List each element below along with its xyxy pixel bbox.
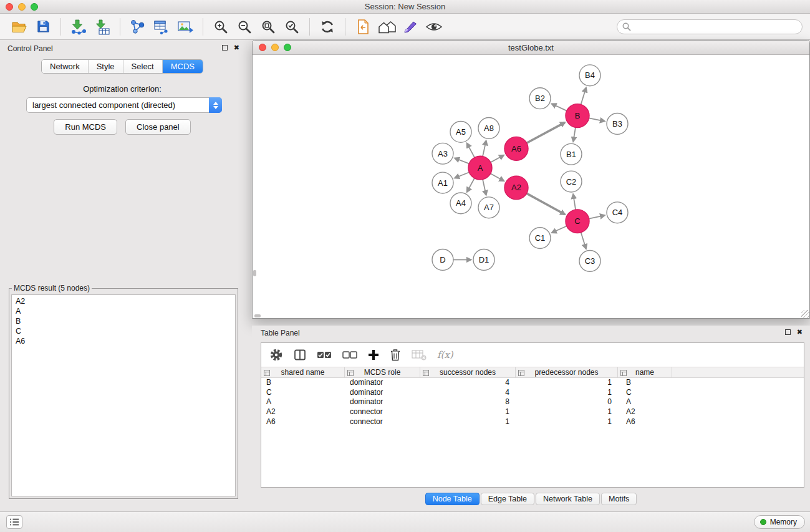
import-table-button[interactable] [90,16,114,37]
window-resize-grip[interactable] [801,310,809,318]
memory-button[interactable]: Memory [754,515,805,529]
close-panel-icon[interactable]: ✖ [797,329,803,336]
select-all-rows-button[interactable] [317,351,332,359]
edge-A6-B[interactable] [527,122,565,143]
float-panel-icon[interactable] [222,45,228,51]
save-session-button[interactable] [31,16,55,37]
column-header-name[interactable]: name [618,367,672,377]
tab-network-table[interactable]: Network Table [536,493,600,505]
export-image-button[interactable] [173,16,197,37]
column-header-label: shared name [281,368,324,377]
mcds-result-item[interactable]: A6 [12,336,235,346]
mcds-result-item[interactable]: B [12,316,235,326]
vertical-scrollbar-thumb[interactable] [253,270,256,276]
node-label: C3 [585,256,595,266]
edge-A-A6[interactable] [491,155,504,162]
edge-B-B2[interactable] [552,104,567,111]
tab-select[interactable]: Select [123,60,162,73]
return-document-button[interactable] [351,16,375,37]
edge-A-A4[interactable] [467,178,475,192]
edge-C-C4[interactable] [589,215,605,218]
column-header-successor-nodes[interactable]: successor nodes [420,367,516,377]
delete-column-button[interactable] [390,349,401,361]
graphics-details-button[interactable] [422,16,446,37]
edge-C-C2[interactable] [573,195,576,210]
edge-C-C3[interactable] [581,233,586,249]
open-session-button[interactable] [7,16,31,37]
deselect-all-rows-button[interactable] [342,351,357,359]
add-column-button[interactable] [368,349,379,360]
task-history-button[interactable] [6,515,22,529]
close-panel-button[interactable]: Close panel [125,119,191,135]
table-cell: 1 [516,407,618,417]
select-all-icon [317,351,332,359]
edge-A-A5[interactable] [467,143,475,158]
column-header-MCDS-role[interactable]: MCDS role [345,367,420,377]
table-row[interactable]: A2connector11A2 [261,407,804,417]
tab-edge-table[interactable]: Edge Table [481,493,534,505]
table-panel: Table Panel ✖ [252,326,810,506]
close-panel-icon[interactable]: ✖ [234,44,239,51]
table-row[interactable]: A6connector11A6 [261,417,804,427]
edge-A-A3[interactable] [455,158,470,164]
edge-C-C1[interactable] [552,226,567,233]
table-cell: A6 [261,417,345,427]
column-header-predecessor-nodes[interactable]: predecessor nodes [516,367,618,377]
zoom-out-button[interactable] [233,16,256,37]
mcds-result-item[interactable]: A [12,306,235,316]
edge-A-A1[interactable] [455,172,470,178]
node-label: A [478,163,483,173]
table-settings-button[interactable] [269,348,283,362]
function-builder-button[interactable]: f(x) [437,349,453,360]
table-row[interactable]: Bdominator41B [261,378,804,388]
tab-node-table[interactable]: Node Table [425,493,480,505]
memory-status-icon [760,519,766,525]
delete-table-button-disabled[interactable] [412,349,427,360]
mcds-result-item[interactable]: A2 [12,296,235,306]
refresh-button[interactable] [316,16,339,37]
table-row[interactable]: Adominator80A [261,397,804,407]
horizontal-scrollbar-thumb[interactable] [254,314,261,317]
edge-A2-C[interactable] [527,193,565,215]
table-cell: 4 [420,388,516,398]
node-label: D [440,255,445,264]
table-cell: A6 [618,417,672,427]
edge-A-A2[interactable] [491,173,504,181]
criterion-dropdown[interactable]: largest connected component (directed) [26,97,222,113]
network-view-window: testGlobe.txt B4B2BB3A5A8A6B1A3AC2A1A2A4… [252,40,810,319]
run-mcds-button[interactable]: Run MCDS [54,119,117,135]
home-networks-button[interactable] [375,16,398,37]
node-label: B1 [566,150,576,159]
network-canvas[interactable]: B4B2BB3A5A8A6B1A3AC2A1A2A4A7CC4C1C3DD1 [253,55,809,318]
import-network-button[interactable] [67,16,90,37]
new-network-button[interactable] [126,16,150,37]
column-header-label: MCDS role [364,368,401,377]
zoom-in-button[interactable] [209,16,233,37]
float-panel-icon[interactable] [785,329,791,335]
table-cell: 8 [420,397,516,407]
zoom-selected-button[interactable] [280,16,304,37]
search-input[interactable] [617,19,803,34]
mcds-result-item[interactable]: C [12,326,235,336]
zoom-in-icon [213,19,228,34]
column-header-shared-name[interactable]: shared name [261,367,345,377]
zoom-fit-button[interactable] [256,16,280,37]
new-network-table-button[interactable] [150,16,173,37]
style-brush-button[interactable] [398,16,422,37]
column-header-label: predecessor nodes [534,368,598,377]
tab-network[interactable]: Network [42,60,88,73]
edge-A-A8[interactable] [483,141,486,157]
table-cell: C [618,388,672,398]
network-window-titlebar[interactable]: testGlobe.txt [253,41,809,55]
edge-A-A7[interactable] [483,180,486,195]
table-row[interactable]: Cdominator41C [261,388,804,398]
tab-style[interactable]: Style [88,60,123,73]
tab-mcds[interactable]: MCDS [162,60,203,73]
edge-B-B3[interactable] [589,118,605,121]
edge-B-B4[interactable] [581,88,586,105]
table-cell: A [618,397,672,407]
tab-motifs[interactable]: Motifs [601,493,637,505]
mcds-result-list[interactable]: A2ABCA6 [11,294,236,496]
edge-B-B1[interactable] [573,127,576,141]
show-columns-button[interactable] [294,349,306,361]
